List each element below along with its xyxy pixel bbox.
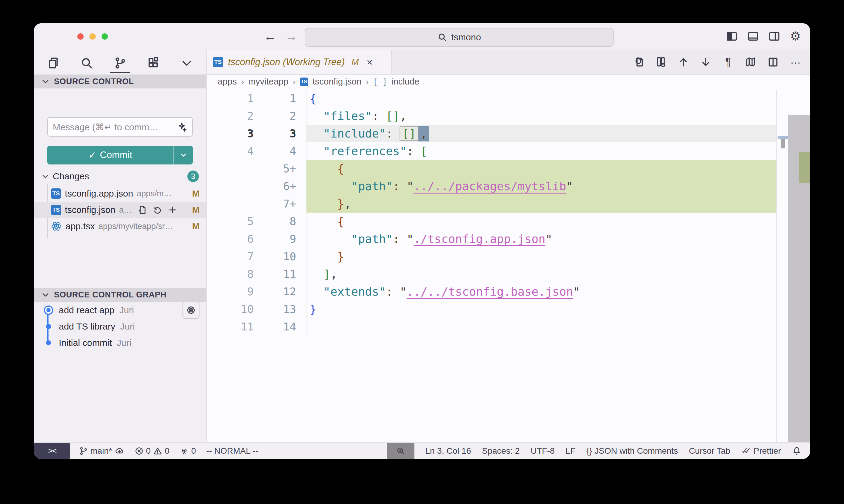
navigate-back-button[interactable]: ←: [264, 30, 276, 43]
code-line[interactable]: 69 "path": "./tsconfig.app.json": [207, 230, 810, 248]
stage-changes-icon[interactable]: [168, 205, 177, 215]
split-editor-icon[interactable]: [767, 55, 780, 69]
code-line-text[interactable]: {: [307, 90, 810, 107]
command-center-search[interactable]: tsmono: [305, 28, 614, 47]
modified-line-number[interactable]: 6+: [254, 178, 296, 195]
close-window-button[interactable]: [77, 33, 84, 40]
render-whitespace-icon[interactable]: ¶: [722, 55, 735, 69]
discard-changes-icon[interactable]: [153, 205, 162, 215]
commit-row[interactable]: add react app Juri: [34, 302, 206, 318]
map-outline-icon[interactable]: [744, 55, 757, 69]
commit-dropdown-button[interactable]: [173, 146, 193, 164]
more-actions-icon[interactable]: ···: [789, 55, 802, 69]
original-line-number[interactable]: 4: [207, 142, 254, 160]
code-line[interactable]: 6+ "path": "../../packages/mytslib": [207, 178, 810, 195]
modified-line-number[interactable]: 10: [254, 248, 296, 265]
modified-line-number[interactable]: 8: [254, 213, 296, 230]
source-control-section-header[interactable]: SOURCE CONTROL: [34, 74, 206, 88]
commit-button[interactable]: ✓ Commit: [47, 146, 193, 164]
original-line-number[interactable]: 6: [207, 230, 254, 248]
indentation-indicator[interactable]: Spaces: 2: [482, 446, 520, 456]
modified-line-number[interactable]: 13: [254, 301, 296, 318]
code-line[interactable]: 1013}: [207, 301, 810, 318]
toggle-primary-sidebar-button[interactable]: [725, 30, 739, 43]
settings-gear-icon[interactable]: ⚙: [789, 30, 802, 43]
minimap[interactable]: [776, 90, 810, 443]
original-line-number[interactable]: 2: [207, 107, 254, 125]
open-file-icon[interactable]: [137, 205, 147, 215]
changed-file-row[interactable]: TS tsconfig.json a… M: [34, 202, 206, 218]
commit-row[interactable]: add TS library Juri: [34, 318, 206, 335]
changed-file-row[interactable]: app.tsx apps/myviteapp/sr… M: [34, 218, 206, 234]
code-line-text[interactable]: {: [307, 160, 810, 178]
code-line[interactable]: 44 "references": [: [207, 142, 810, 160]
zoom-indicator[interactable]: [387, 443, 414, 459]
open-changes-icon[interactable]: [632, 55, 645, 69]
code-line-text[interactable]: }: [307, 301, 810, 318]
code-line-text[interactable]: },: [307, 195, 810, 213]
modified-line-number[interactable]: 1: [254, 90, 296, 107]
extensions-icon[interactable]: [145, 53, 162, 73]
code-line-text[interactable]: "path": "./tsconfig.app.json": [307, 230, 810, 248]
code-line[interactable]: 11{: [207, 90, 810, 107]
code-line[interactable]: 33 "include": [],: [207, 125, 810, 142]
breadcrumb-file[interactable]: tsconfig.json: [313, 77, 361, 87]
original-line-number[interactable]: 11: [207, 318, 254, 336]
commit-message-input[interactable]: Message (⌘↵ to comm…: [47, 117, 193, 137]
original-line-number[interactable]: 1: [207, 90, 254, 107]
tab-tsconfig-working-tree[interactable]: TS tsconfig.json (Working Tree) M ×: [207, 50, 392, 74]
branch-indicator[interactable]: main*: [79, 446, 124, 456]
commit-row[interactable]: Initial commit Juri: [34, 335, 206, 351]
code-line[interactable]: 1114: [207, 318, 810, 336]
source-control-graph-section-header[interactable]: SOURCE CONTROL GRAPH: [34, 288, 206, 302]
language-mode-indicator[interactable]: {} JSON with Comments: [586, 446, 678, 456]
tab-completion-indicator[interactable]: Cursor Tab: [689, 446, 730, 456]
previous-change-icon[interactable]: [677, 55, 690, 69]
code-line-text[interactable]: "references": [: [307, 142, 810, 160]
code-line[interactable]: 22 "files": [],: [207, 107, 810, 125]
breadcrumb-folder[interactable]: myviteapp: [248, 77, 288, 87]
navigate-forward-button[interactable]: →: [285, 30, 298, 43]
modified-line-number[interactable]: 4: [254, 142, 296, 160]
explorer-icon[interactable]: [45, 53, 62, 73]
code-line[interactable]: 912 "extends": "../../tsconfig.base.json…: [207, 283, 810, 301]
search-icon[interactable]: [78, 53, 95, 73]
code-line[interactable]: 7+ },: [207, 195, 810, 213]
toggle-panel-button[interactable]: [746, 30, 760, 43]
formatter-indicator[interactable]: ✓✓ Prettier: [741, 446, 781, 456]
modified-line-number[interactable]: 11: [254, 265, 296, 283]
code-line-text[interactable]: "files": [],: [307, 107, 810, 125]
breadcrumb-symbol[interactable]: include: [391, 77, 419, 87]
inline-diff-view-icon[interactable]: [654, 55, 668, 69]
modified-line-number[interactable]: 9: [254, 230, 296, 248]
diff-editor-content[interactable]: 11{22 "files": [],33 "include": [],44 "r…: [207, 90, 810, 443]
code-line-text[interactable]: [307, 318, 810, 336]
original-line-number[interactable]: 5: [207, 213, 254, 230]
modified-line-number[interactable]: 3: [254, 125, 296, 142]
modified-line-number[interactable]: 7+: [254, 195, 296, 213]
code-line[interactable]: 5+ {: [207, 160, 810, 178]
original-line-number[interactable]: 3: [207, 125, 254, 142]
modified-line-number[interactable]: 12: [254, 283, 296, 301]
minimize-window-button[interactable]: [89, 33, 96, 40]
original-line-number[interactable]: [207, 195, 254, 213]
original-line-number[interactable]: 9: [207, 283, 254, 301]
eol-indicator[interactable]: LF: [566, 446, 576, 456]
code-line[interactable]: 710 }: [207, 248, 810, 265]
maximize-window-button[interactable]: [102, 33, 108, 40]
vim-mode-indicator[interactable]: -- NORMAL --: [206, 446, 258, 456]
code-line-text[interactable]: "path": "../../packages/mytslib": [307, 178, 810, 195]
original-line-number[interactable]: 10: [207, 301, 254, 318]
code-line-text[interactable]: "include": [],: [307, 125, 810, 142]
notifications-bell-icon[interactable]: [792, 446, 802, 456]
code-line-text[interactable]: }: [307, 248, 810, 265]
ports-indicator[interactable]: 0: [180, 446, 196, 456]
next-change-icon[interactable]: [699, 55, 712, 69]
changes-header[interactable]: Changes 3: [34, 169, 206, 183]
encoding-indicator[interactable]: UTF-8: [531, 446, 554, 456]
toggle-secondary-sidebar-button[interactable]: [768, 30, 781, 43]
problems-indicator[interactable]: 0 0: [135, 446, 170, 456]
sparkle-ai-icon[interactable]: [177, 122, 187, 132]
original-line-number[interactable]: 7: [207, 248, 254, 265]
code-line[interactable]: 58 {: [207, 213, 810, 230]
